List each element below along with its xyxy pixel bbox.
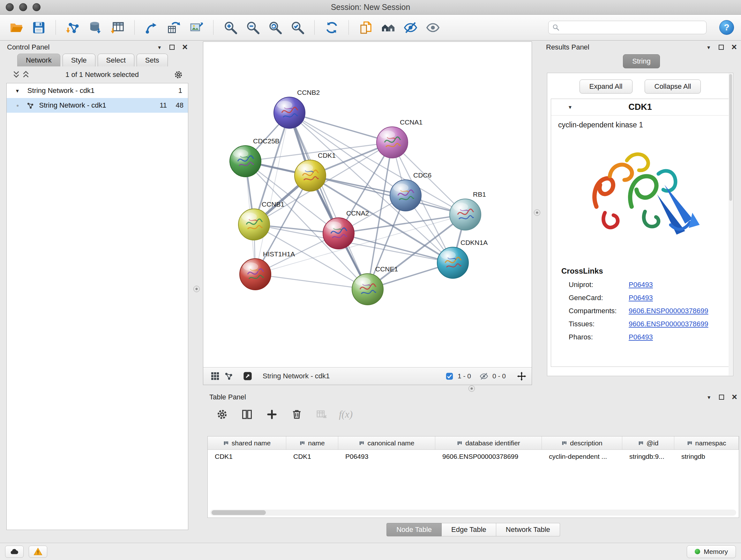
warnings-button[interactable] <box>29 546 47 558</box>
import-network-file-button[interactable] <box>64 18 82 37</box>
export-view-button[interactable] <box>241 369 254 383</box>
hidden-eye-slash-icon[interactable] <box>479 372 488 381</box>
minimize-window-button[interactable] <box>19 3 27 11</box>
maximize-window-button[interactable] <box>32 3 41 11</box>
open-session-button[interactable] <box>7 18 25 37</box>
results-scrollbar-thumb[interactable] <box>729 74 732 201</box>
birds-eye-view-button[interactable] <box>208 369 222 383</box>
crosslink-link[interactable]: P06493 <box>629 333 653 341</box>
export-image-button[interactable] <box>187 18 205 37</box>
network-row-selected[interactable]: ● String Network - cdk1 11 48 <box>7 98 188 113</box>
section-collapse-icon[interactable]: ▼ <box>568 105 572 110</box>
network-node[interactable]: RB1 <box>450 191 486 230</box>
panel-float-icon[interactable] <box>719 45 724 50</box>
panel-float-icon[interactable] <box>719 395 724 400</box>
table-column-header[interactable]: database identifier <box>435 436 542 449</box>
panel-menu-icon[interactable]: ▼ <box>157 45 162 50</box>
show-columns-button[interactable] <box>239 407 255 422</box>
panel-close-icon[interactable]: × <box>182 44 188 51</box>
new-network-from-table-button[interactable] <box>165 18 183 37</box>
table-options-button[interactable] <box>214 407 230 422</box>
collapse-all-button[interactable]: Collapse All <box>645 79 701 94</box>
crosslink-link[interactable]: 9606.ENSP00000378699 <box>629 320 709 328</box>
panel-menu-icon[interactable]: ▼ <box>706 395 711 400</box>
tab-sets[interactable]: Sets <box>137 54 168 66</box>
crosslink-link[interactable]: 9606.ENSP00000378699 <box>629 307 709 315</box>
string-results-tab[interactable]: String <box>623 54 660 68</box>
delete-column-button[interactable] <box>289 407 305 422</box>
network-edge[interactable] <box>255 274 367 289</box>
zoom-in-button[interactable] <box>221 18 240 37</box>
crosslink-link[interactable]: P06493 <box>629 281 653 289</box>
tab-node-table[interactable]: Node Table <box>387 523 442 537</box>
memory-button[interactable]: Memory <box>687 545 736 558</box>
network-canvas[interactable]: CCNB2CCNA1CDC25BCDK1CDC6RB1CCNB1CCNA2CDK… <box>203 42 532 367</box>
tab-network[interactable]: Network <box>17 54 60 66</box>
cloud-status-button[interactable] <box>5 546 23 558</box>
results-scrollbar[interactable] <box>729 73 733 375</box>
network-node[interactable]: HIST1H1A <box>240 250 295 290</box>
table-cell[interactable]: stringdb <box>674 450 739 463</box>
table-row[interactable]: CDK1CDK1P064939606.ENSP00000378699cyclin… <box>208 450 739 463</box>
import-network-database-button[interactable] <box>86 18 105 37</box>
tab-select[interactable]: Select <box>98 54 134 66</box>
close-window-button[interactable] <box>6 3 14 11</box>
table-horizontal-scrollbar[interactable] <box>210 509 736 516</box>
left-splitter-handle[interactable] <box>193 286 200 292</box>
table-column-header[interactable]: @id <box>622 436 674 449</box>
table-scrollbar-thumb[interactable] <box>212 510 266 515</box>
tab-network-table[interactable]: Network Table <box>496 523 560 537</box>
table-cell[interactable]: CDK1 <box>286 450 338 463</box>
network-collection-row[interactable]: ▼ String Network - cdk1 1 <box>7 83 188 98</box>
search-input[interactable] <box>562 23 703 31</box>
network-overview-button[interactable] <box>222 369 235 383</box>
pan-move-icon[interactable] <box>517 371 527 381</box>
tab-edge-table[interactable]: Edge Table <box>442 523 496 537</box>
zoom-selected-button[interactable] <box>288 18 307 37</box>
network-node[interactable]: CDK1 <box>294 152 336 191</box>
table-column-header[interactable]: canonical name <box>338 436 435 449</box>
network-edge[interactable] <box>289 113 367 289</box>
new-network-button[interactable] <box>142 18 161 37</box>
table-cell[interactable]: stringdb:9... <box>622 450 674 463</box>
panel-float-icon[interactable] <box>170 45 175 50</box>
network-edge[interactable] <box>310 176 465 214</box>
panel-close-icon[interactable]: × <box>731 44 737 51</box>
zoom-fit-button[interactable] <box>266 18 284 37</box>
table-cell[interactable]: CDK1 <box>208 450 286 463</box>
network-edge[interactable] <box>339 214 465 233</box>
duplicate-document-button[interactable] <box>356 18 375 37</box>
expand-all-icon[interactable] <box>11 70 21 79</box>
help-button[interactable]: ? <box>719 20 734 35</box>
crosslink-link[interactable]: P06493 <box>629 294 653 302</box>
save-session-button[interactable] <box>29 18 48 37</box>
network-node[interactable]: CDKN1A <box>437 239 488 278</box>
collapse-all-icon[interactable] <box>21 70 30 79</box>
table-column-header[interactable]: description <box>542 436 622 449</box>
home-button[interactable] <box>379 18 397 37</box>
import-table-button[interactable] <box>108 18 127 37</box>
show-all-button[interactable] <box>423 18 442 37</box>
network-edge[interactable] <box>255 214 465 274</box>
selected-checkbox-icon[interactable] <box>445 372 454 381</box>
panel-close-icon[interactable]: × <box>732 393 737 401</box>
bottom-splitter-handle[interactable] <box>468 385 475 392</box>
network-edge[interactable] <box>289 113 392 142</box>
network-options-gear-icon[interactable] <box>174 70 183 79</box>
table-cell[interactable]: 9606.ENSP00000378699 <box>435 450 542 463</box>
hide-selected-button[interactable] <box>401 18 420 37</box>
zoom-out-button[interactable] <box>244 18 262 37</box>
table-cell[interactable]: P06493 <box>338 450 435 463</box>
right-splitter-handle[interactable] <box>534 209 540 216</box>
table-column-header[interactable]: namespac <box>674 436 739 449</box>
expand-all-button[interactable]: Expand All <box>580 79 632 94</box>
tab-style[interactable]: Style <box>63 54 95 66</box>
network-node[interactable]: CDC25B <box>230 137 280 177</box>
collection-expand-icon[interactable]: ▼ <box>15 88 20 94</box>
refresh-button[interactable] <box>322 18 341 37</box>
network-node[interactable]: CCNB2 <box>274 89 320 128</box>
table-cell[interactable]: cyclin-dependent ... <box>542 450 622 463</box>
table-column-header[interactable]: name <box>286 436 338 449</box>
create-column-button[interactable] <box>264 407 280 422</box>
network-graph[interactable]: CCNB2CCNA1CDC25BCDK1CDC6RB1CCNB1CCNA2CDK… <box>203 42 532 367</box>
